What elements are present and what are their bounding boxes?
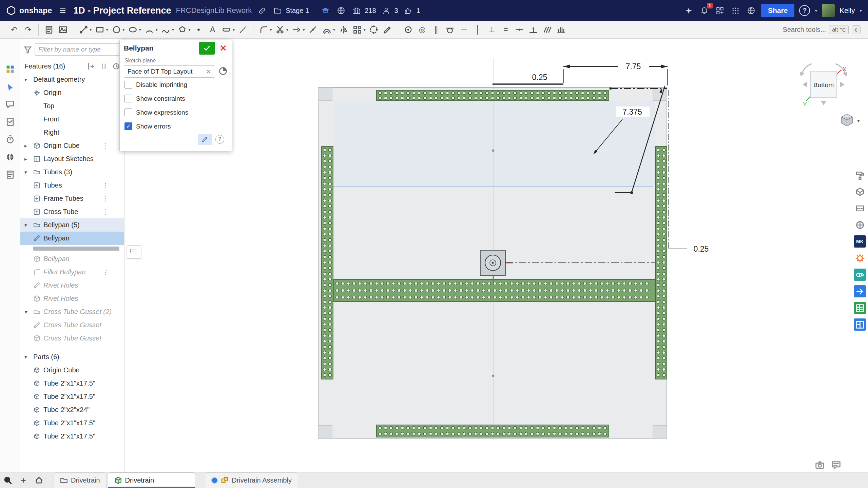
search-tools-label[interactable]: Search tools... bbox=[783, 26, 826, 34]
sketch-canvas[interactable]: 7.75 0.25 7.375 0.25 Bottom X Y bbox=[124, 39, 868, 472]
chevron-down-icon[interactable]: ▾ bbox=[233, 27, 235, 32]
text-tool-button[interactable]: A bbox=[206, 23, 219, 37]
gear-generator-app-icon[interactable] bbox=[854, 252, 866, 264]
chevron-down-icon[interactable]: ▾ bbox=[286, 27, 289, 32]
share-button[interactable]: Share bbox=[761, 4, 794, 17]
history-clock-icon[interactable] bbox=[112, 62, 120, 70]
chevron-down-icon[interactable]: ▾ bbox=[333, 27, 335, 32]
checkbox-row[interactable]: Show expressions bbox=[124, 105, 228, 119]
feature-tree-item[interactable]: Rivet Holes bbox=[20, 279, 124, 292]
feature-tree-item[interactable]: Front bbox=[20, 113, 124, 126]
export-app-icon[interactable] bbox=[854, 285, 866, 297]
rollback-bar-handle[interactable] bbox=[127, 246, 141, 258]
caret-down-icon[interactable]: ▾ bbox=[24, 77, 33, 83]
dimension-label[interactable]: 7.75 bbox=[626, 62, 641, 71]
checkbox-unchecked[interactable] bbox=[124, 95, 132, 102]
screenshot-camera-icon[interactable] bbox=[815, 460, 825, 471]
feature-options-icon[interactable]: ⋮ bbox=[102, 268, 109, 276]
curvature-comb-tool-button[interactable] bbox=[555, 23, 568, 37]
display-states-icon[interactable] bbox=[854, 219, 866, 231]
notifications-bell-icon[interactable]: 1 bbox=[699, 5, 710, 16]
ai-advisor-icon[interactable] bbox=[683, 5, 694, 16]
midpoint-constraint-button[interactable] bbox=[513, 23, 526, 37]
ellipse-tool-button[interactable] bbox=[126, 23, 140, 37]
concentric-constraint-button[interactable]: ◎ bbox=[416, 23, 429, 37]
chevron-down-icon[interactable]: ▾ bbox=[270, 27, 272, 32]
view-cube[interactable]: Bottom X Y bbox=[800, 64, 847, 108]
feature-tree-item[interactable]: Tube 2"x1"x17.5" bbox=[20, 416, 124, 430]
feature-tree-item[interactable]: Fillet Bellypan⋮ bbox=[20, 266, 124, 279]
hatch-tool-button[interactable] bbox=[541, 23, 554, 37]
feedback-comment-icon[interactable] bbox=[831, 460, 841, 471]
plane-orientation-icon[interactable] bbox=[218, 66, 228, 77]
coincident-constraint-button[interactable] bbox=[402, 23, 415, 37]
tasks-icon[interactable] bbox=[5, 116, 16, 127]
mkcad-app-icon[interactable]: MK bbox=[854, 235, 866, 248]
polygon-tool-button[interactable] bbox=[175, 23, 189, 37]
link-icon[interactable] bbox=[256, 5, 267, 16]
user-avatar[interactable] bbox=[822, 4, 835, 17]
equal-constraint-button[interactable]: = bbox=[499, 23, 513, 37]
feature-tree-item[interactable]: Tube 2"x1"x17.5" bbox=[20, 430, 124, 443]
fillet-tool-button[interactable] bbox=[257, 23, 270, 37]
tab-drivetrain-partstudio[interactable]: Drivetrain bbox=[108, 472, 195, 488]
dimension-label[interactable]: 0.25 bbox=[532, 73, 547, 82]
feature-tree-item[interactable]: ▾Parts (6) bbox=[20, 350, 124, 364]
cancel-button[interactable]: ✕ bbox=[217, 42, 229, 55]
named-views-icon[interactable] bbox=[854, 186, 866, 198]
appearance-panel-icon[interactable] bbox=[854, 169, 866, 181]
feature-tree-item[interactable]: Bellypan bbox=[20, 232, 124, 245]
chevron-down-icon[interactable]: ▾ bbox=[363, 27, 366, 32]
circle-tool-button[interactable] bbox=[110, 23, 123, 37]
chevron-down-icon[interactable]: ▾ bbox=[122, 27, 125, 32]
apps-grid-icon[interactable] bbox=[5, 64, 16, 75]
feature-tree-item[interactable]: Tube 2"x1"x17.5" bbox=[20, 377, 124, 390]
view-options-button[interactable]: ▾ bbox=[842, 114, 860, 126]
feature-tree-item[interactable]: Cross Tube⋮ bbox=[20, 205, 124, 218]
chevron-down-icon[interactable]: ▾ bbox=[172, 27, 174, 32]
checkbox-checked[interactable] bbox=[124, 122, 132, 130]
normal-constraint-button[interactable] bbox=[527, 23, 540, 37]
dimension-label[interactable]: 7.375 bbox=[622, 108, 642, 116]
chevron-down-icon[interactable]: ▾ bbox=[303, 27, 305, 32]
spline-tool-button[interactable] bbox=[159, 23, 173, 37]
section-view-icon[interactable] bbox=[854, 202, 866, 214]
parallel-constraint-button[interactable]: ∥ bbox=[429, 23, 443, 37]
tangent-constraint-button[interactable] bbox=[443, 23, 457, 37]
document-title[interactable]: 1D - Project Reference bbox=[73, 5, 171, 16]
checkbox-unchecked[interactable] bbox=[124, 109, 132, 116]
search-tools[interactable]: Search tools... alt ⌥ c bbox=[783, 25, 863, 34]
checkbox-row[interactable]: Show errors bbox=[124, 119, 228, 133]
create-document-icon[interactable] bbox=[714, 5, 725, 16]
copies-icon[interactable] bbox=[351, 5, 362, 16]
point-tool-button[interactable] bbox=[192, 23, 206, 37]
chevron-down-icon[interactable]: ▾ bbox=[139, 27, 141, 32]
sketch-plane-field[interactable]: Face of DT Top Layout ✕ bbox=[124, 65, 215, 78]
mirror-tool-button[interactable] bbox=[336, 23, 350, 37]
chevron-down-icon[interactable]: ▾ bbox=[90, 27, 92, 32]
arc-tool-button[interactable] bbox=[142, 23, 156, 37]
followers-icon[interactable] bbox=[381, 5, 392, 16]
checkbox-unchecked[interactable] bbox=[124, 81, 132, 89]
feature-tree-item[interactable]: Cross Tube Gusset bbox=[20, 332, 124, 345]
redo-button[interactable]: ↷ bbox=[21, 23, 35, 37]
insert-image-button[interactable] bbox=[56, 23, 70, 37]
help-chevron-down-icon[interactable]: ▾ bbox=[815, 8, 817, 13]
feature-options-icon[interactable]: ⋮ bbox=[102, 181, 109, 189]
checkbox-row[interactable]: Disable imprinting bbox=[124, 78, 228, 92]
undo-button[interactable]: ↶ bbox=[7, 23, 21, 37]
feature-tree-item[interactable]: Tubes⋮ bbox=[20, 179, 124, 192]
feature-tree-item[interactable]: Rivet Holes bbox=[20, 292, 124, 305]
slot-tool-button[interactable] bbox=[220, 23, 233, 37]
web-browser-icon[interactable] bbox=[5, 152, 16, 162]
notes-icon[interactable] bbox=[5, 169, 16, 180]
caret-down-icon[interactable]: ▾ bbox=[24, 222, 33, 228]
likes-icon[interactable] bbox=[403, 5, 414, 16]
feature-tree-item[interactable]: Cross Tube Gusset bbox=[20, 318, 124, 332]
view-cube-face-label[interactable]: Bottom bbox=[813, 81, 834, 89]
feature-tree-item[interactable]: ▾Bellypan (5) bbox=[20, 218, 124, 232]
feature-tree-item[interactable]: ▸Origin Cube⋮ bbox=[20, 139, 124, 152]
pause-rollback-icon[interactable] bbox=[100, 62, 108, 70]
feature-options-icon[interactable]: ⋮ bbox=[102, 208, 109, 216]
construction-tool-button[interactable] bbox=[236, 23, 250, 37]
